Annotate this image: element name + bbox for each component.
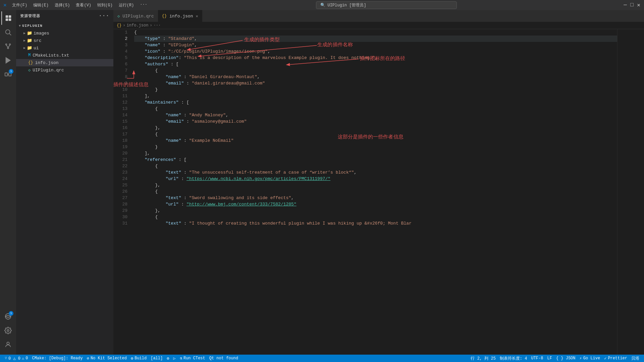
maximize-button[interactable]: □ bbox=[630, 3, 634, 7]
code-line[interactable]: "name" : "UIPlugin", bbox=[134, 42, 617, 48]
menu-run[interactable]: 运行(R) bbox=[116, 2, 137, 9]
code-line[interactable]: "text" : "I thought of creating this won… bbox=[134, 220, 617, 227]
editor-wrapper: 1234567891011121314151617181920212223242… bbox=[113, 29, 644, 355]
code-line[interactable]: ], bbox=[134, 150, 617, 157]
activity-extensions[interactable]: 1 bbox=[1, 68, 15, 81]
menu-goto[interactable]: 转到(G) bbox=[95, 2, 115, 9]
breadcrumb-more[interactable]: ··· bbox=[154, 23, 161, 28]
sidebar-item-infojson[interactable]: {} info.json bbox=[16, 59, 113, 66]
status-bar: ⑂ 0 △ 0 ⚠ 0 CMake: [Debug]: Ready ⊘ No K… bbox=[0, 355, 644, 362]
golive-text: Go Live bbox=[583, 356, 600, 361]
code-line[interactable]: }, bbox=[134, 207, 617, 214]
sidebar-root-folder[interactable]: ▼ UIPLUGIN bbox=[16, 22, 113, 29]
code-line[interactable]: { bbox=[134, 29, 617, 36]
minimize-button[interactable]: — bbox=[623, 3, 627, 7]
status-run[interactable]: ▷ bbox=[171, 355, 177, 362]
status-qt[interactable]: Qt not found bbox=[207, 355, 240, 362]
code-line[interactable]: { bbox=[134, 106, 617, 112]
status-prettier[interactable]: ✓ Prettier bbox=[602, 355, 629, 362]
code-line[interactable]: "name" : "Daniel Girardeau-Montaut", bbox=[134, 74, 617, 80]
activity-settings[interactable] bbox=[1, 324, 15, 337]
activity-explorer[interactable] bbox=[1, 11, 15, 25]
sidebar-item-cmakelists[interactable]: M CMakeLists.txt bbox=[16, 52, 113, 59]
code-line[interactable]: "icon" : ":/CC/plugin/UIPlugin/images/ic… bbox=[134, 48, 617, 55]
code-line[interactable]: }, bbox=[134, 125, 617, 131]
code-editor[interactable]: 1234567891011121314151617181920212223242… bbox=[113, 29, 644, 355]
status-config[interactable]: ⚙ bbox=[165, 355, 171, 362]
sidebar-item-ui[interactable]: ▶ 📁 ui bbox=[16, 44, 113, 52]
status-beta[interactable]: 贝塔 bbox=[629, 355, 641, 362]
remote-badge: 1 bbox=[9, 311, 13, 316]
editor-area: ◇ UIPlugin.qrc {} info.json ✕ {} › info.… bbox=[113, 10, 644, 355]
tab-uipluginqrc[interactable]: ◇ UIPlugin.qrc bbox=[113, 10, 158, 22]
status-filetype[interactable]: { } JSON bbox=[554, 355, 578, 362]
code-line[interactable]: "references" : [ bbox=[134, 157, 617, 163]
close-tab-icon[interactable]: ✕ bbox=[196, 14, 198, 19]
code-line[interactable]: "name" : "Andy Maloney", bbox=[134, 112, 617, 118]
code-line[interactable]: { bbox=[134, 131, 617, 137]
status-no-kit[interactable]: ⊘ No Kit Selected bbox=[85, 355, 129, 362]
code-line[interactable]: { bbox=[134, 163, 617, 169]
status-eol[interactable]: LF bbox=[545, 355, 554, 362]
svg-line-5 bbox=[9, 34, 11, 35]
code-line[interactable]: { bbox=[134, 188, 617, 195]
line-number: 13 bbox=[113, 106, 127, 112]
code-line[interactable]: "maintainers" : [ bbox=[134, 99, 617, 106]
sidebar-item-uipluginqrc[interactable]: ◇ UIPlugin.qrc bbox=[16, 66, 113, 74]
code-line[interactable]: "url" : "http://www.bmj.com/content/333/… bbox=[134, 201, 617, 207]
tabs-bar: ◇ UIPlugin.qrc {} info.json ✕ bbox=[113, 10, 644, 22]
activity-search[interactable] bbox=[1, 25, 15, 39]
menu-view[interactable]: 查看(V) bbox=[73, 2, 94, 9]
status-golive[interactable]: ⚡ Go Live bbox=[578, 355, 602, 362]
code-line[interactable]: "description": "This is a description of… bbox=[134, 55, 617, 61]
close-button[interactable]: ✕ bbox=[637, 3, 641, 7]
menu-edit[interactable]: 编辑(E) bbox=[31, 2, 51, 9]
sidebar-item-src[interactable]: ▶ 📁 src bbox=[16, 37, 113, 44]
svg-rect-1 bbox=[9, 15, 11, 18]
code-line[interactable]: "type" : "Standard", bbox=[134, 36, 617, 42]
svg-point-6 bbox=[6, 44, 7, 45]
code-line[interactable]: }, bbox=[134, 182, 617, 188]
activity-bar: 1 1 bbox=[0, 10, 16, 355]
code-line[interactable]: "text" : "Sword swallowing and its side … bbox=[134, 195, 617, 201]
activity-account[interactable] bbox=[1, 338, 15, 351]
status-cmake[interactable]: CMake: [Debug]: Ready bbox=[30, 355, 85, 362]
activity-remote[interactable]: 1 bbox=[1, 310, 15, 323]
menu-selection[interactable]: 选择(S) bbox=[52, 2, 73, 9]
code-line[interactable]: "email" : "asmaloney@gmail.com" bbox=[134, 118, 617, 125]
code-line[interactable]: { bbox=[134, 67, 617, 74]
tab-label: UIPlugin.qrc bbox=[122, 14, 154, 19]
all-label: [all] bbox=[151, 356, 163, 361]
sidebar-item-images[interactable]: ▶ 📁 images bbox=[16, 29, 113, 37]
status-build[interactable]: ⚙ Build bbox=[129, 355, 149, 362]
status-git[interactable]: ⑂ 0 △ 0 ⚠ 0 bbox=[3, 355, 30, 362]
code-line[interactable]: { bbox=[134, 214, 617, 220]
menu-file[interactable]: 文件(F) bbox=[9, 2, 30, 9]
tab-json-icon: {} bbox=[162, 14, 167, 18]
tab-infojson[interactable]: {} info.json ✕ bbox=[158, 10, 202, 22]
svg-marker-11 bbox=[6, 58, 10, 63]
qrc-icon: ◇ bbox=[28, 68, 31, 73]
line-number: 18 bbox=[113, 137, 127, 144]
menu-more[interactable]: ··· bbox=[137, 2, 150, 9]
code-line[interactable]: "url" : "https://www.ncbi.nlm.nih.gov/pm… bbox=[134, 176, 617, 182]
code-line[interactable]: "authors" : [ bbox=[134, 61, 617, 67]
search-bar[interactable]: 🔍 UIPlugin [管理员] bbox=[316, 1, 457, 9]
status-position[interactable]: 行 2, 列 25 bbox=[469, 355, 497, 362]
code-line[interactable]: "name" : "Example NoEmail" bbox=[134, 137, 617, 144]
status-all[interactable]: [all] bbox=[149, 355, 165, 362]
code-line[interactable]: } bbox=[134, 144, 617, 150]
status-encoding[interactable]: UTF-8 bbox=[529, 355, 545, 362]
code-line[interactable]: "text" : "The unsuccessful self-treatmen… bbox=[134, 169, 617, 176]
status-ctest[interactable]: ⚗ Run CTest bbox=[178, 355, 207, 362]
code-content[interactable]: { "type" : "Standard", "name" : "UIPlugi… bbox=[131, 29, 617, 355]
status-indent[interactable]: 制表符长度: 4 bbox=[498, 355, 529, 362]
folder-arrow-icon: ▶ bbox=[23, 46, 25, 50]
sidebar-more-icon[interactable]: ··· bbox=[99, 13, 109, 19]
activity-source-control[interactable] bbox=[1, 40, 15, 53]
code-line[interactable]: } bbox=[134, 86, 617, 93]
breadcrumb-file[interactable]: info.json bbox=[127, 23, 149, 28]
code-line[interactable]: ], bbox=[134, 93, 617, 99]
code-line[interactable]: "email" : "daniel.girardeau@gmail.com" bbox=[134, 80, 617, 86]
activity-run-debug[interactable] bbox=[1, 54, 15, 67]
